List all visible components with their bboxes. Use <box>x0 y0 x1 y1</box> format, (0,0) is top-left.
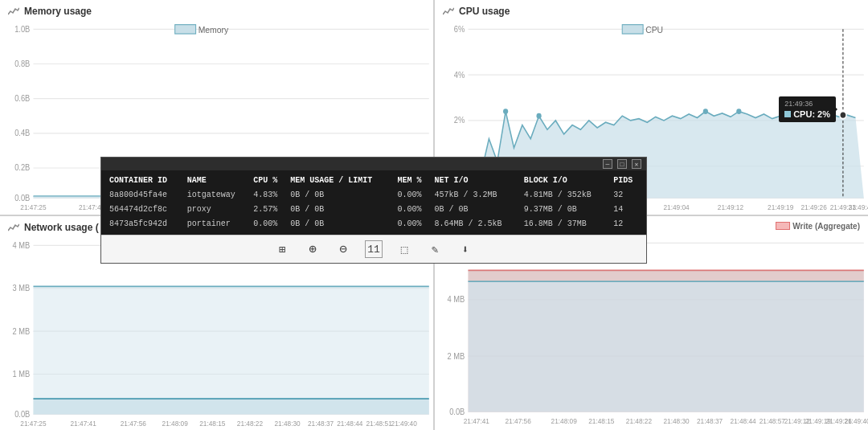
svg-text:2%: 2% <box>454 116 465 125</box>
modal-close-btn[interactable]: ✕ <box>632 159 641 169</box>
svg-text:21:49:40: 21:49:40 <box>849 203 868 211</box>
cell-pids: 32 <box>610 188 641 203</box>
svg-text:21:48:30: 21:48:30 <box>663 416 689 424</box>
cell-cpu: 2.57% <box>250 203 287 217</box>
svg-point-39 <box>840 112 846 119</box>
cell-mem-pct: 0.00% <box>394 188 431 203</box>
svg-text:21:49:40: 21:49:40 <box>391 419 417 427</box>
cpu-panel-title: CPU usage <box>435 0 868 20</box>
docker-stats-table: CONTAINER ID NAME CPU % MEM USAGE / LIMI… <box>106 174 641 231</box>
svg-text:0.6B: 0.6B <box>14 94 30 103</box>
svg-text:21:47:25: 21:47:25 <box>20 203 46 211</box>
grid-view-btn[interactable]: ⊞ <box>273 240 291 258</box>
svg-marker-59 <box>33 286 428 414</box>
svg-text:4 MB: 4 MB <box>448 294 465 303</box>
col-mem-usage: MEM USAGE / LIMIT <box>287 174 394 188</box>
cell-cpu: 4.83% <box>250 188 287 203</box>
modal-minimize-btn[interactable]: ─ <box>603 159 612 169</box>
cell-id: 8a800d45fa4e <box>106 188 184 203</box>
crop-btn[interactable]: ⬚ <box>395 240 413 258</box>
svg-text:0.4B: 0.4B <box>14 129 30 137</box>
svg-text:Memory: Memory <box>199 24 229 35</box>
svg-text:21:47:41: 21:47:41 <box>464 416 489 424</box>
edit-btn[interactable]: ✎ <box>426 240 444 258</box>
tooltip-time: 21:49:36 <box>784 100 830 108</box>
modal-restore-btn[interactable]: □ <box>617 159 627 169</box>
zoom-in-btn[interactable]: ⊕ <box>304 240 321 258</box>
col-block: BLOCK I/O <box>521 174 610 188</box>
modal-titlebar: ─ □ ✕ <box>101 158 646 170</box>
svg-text:21:48:44: 21:48:44 <box>730 416 755 424</box>
table-header-row: CONTAINER ID NAME CPU % MEM USAGE / LIMI… <box>106 174 641 188</box>
svg-point-34 <box>503 109 508 114</box>
cell-name: iotgateway <box>184 188 250 203</box>
col-mem-pct: MEM % <box>394 174 431 188</box>
svg-text:21:47:25: 21:47:25 <box>20 419 46 427</box>
svg-marker-81 <box>468 281 863 412</box>
svg-rect-31 <box>622 25 643 34</box>
cell-net: 457kB / 3.2MB <box>431 188 520 203</box>
block-write-legend: Write (Aggregate) <box>792 222 860 231</box>
svg-text:0.0B: 0.0B <box>14 409 30 418</box>
cell-name: portainer <box>184 217 250 231</box>
svg-text:1.0B: 1.0B <box>14 24 30 33</box>
col-net: NET I/O <box>431 174 520 188</box>
zoom-out-btn[interactable]: ⊖ <box>334 240 352 258</box>
svg-text:0.8B: 0.8B <box>14 59 30 68</box>
svg-marker-60 <box>33 399 428 414</box>
svg-text:21:48:15: 21:48:15 <box>588 416 614 424</box>
tooltip-cpu: CPU: 2% <box>784 109 830 119</box>
svg-text:21:48:15: 21:48:15 <box>199 419 225 427</box>
cell-block: 16.8MB / 37MB <box>521 217 610 231</box>
svg-text:21:49:40: 21:49:40 <box>844 416 868 424</box>
chart-icon-cpu <box>443 6 454 16</box>
svg-text:21:47:56: 21:47:56 <box>506 416 531 424</box>
svg-text:21:49:12: 21:49:12 <box>718 203 743 211</box>
cell-mem-usage: 0B / 0B <box>287 203 394 217</box>
svg-text:4%: 4% <box>454 70 465 79</box>
cell-pids: 12 <box>610 217 641 231</box>
cell-mem-pct: 0.00% <box>394 203 431 217</box>
col-container-id: CONTAINER ID <box>106 174 184 188</box>
cell-mem-usage: 0B / 0B <box>287 217 394 231</box>
cell-net: 0B / 0B <box>431 203 520 217</box>
svg-text:21:48:51: 21:48:51 <box>366 419 391 427</box>
cell-pids: 14 <box>610 203 641 217</box>
download-btn[interactable]: ⬇ <box>457 240 474 258</box>
svg-text:2 MB: 2 MB <box>13 326 31 335</box>
svg-text:21:48:22: 21:48:22 <box>626 416 652 424</box>
svg-text:21:48:09: 21:48:09 <box>551 416 577 424</box>
memory-title-label: Memory usage <box>24 6 92 17</box>
cell-net: 8.64MB / 2.5kB <box>431 217 520 231</box>
cpu-tooltip: 21:49:36 CPU: 2% <box>779 96 836 122</box>
network-title-label: Network usage ( <box>24 222 99 233</box>
docker-stats-modal: ─ □ ✕ CONTAINER ID NAME CPU % MEM USAGE … <box>100 157 647 264</box>
svg-text:21:48:44: 21:48:44 <box>337 419 362 427</box>
svg-text:1 MB: 1 MB <box>13 369 31 378</box>
svg-point-35 <box>536 113 541 119</box>
svg-text:0.0B: 0.0B <box>14 193 30 202</box>
svg-text:21:48:37: 21:48:37 <box>308 419 334 427</box>
svg-text:21:48:37: 21:48:37 <box>697 416 723 424</box>
cell-name: proxy <box>184 203 250 217</box>
svg-text:2 MB: 2 MB <box>448 351 465 360</box>
svg-text:0.2B: 0.2B <box>14 163 30 172</box>
svg-text:4 MB: 4 MB <box>13 240 31 249</box>
cpu-title-label: CPU usage <box>459 6 510 17</box>
cell-block: 4.81MB / 352kB <box>521 188 610 203</box>
svg-text:21:47:56: 21:47:56 <box>121 419 146 427</box>
cell-cpu: 0.00% <box>250 217 287 231</box>
col-cpu: CPU % <box>250 174 287 188</box>
reset-view-btn[interactable]: 11 <box>365 240 383 258</box>
svg-text:21:49:26: 21:49:26 <box>800 203 826 211</box>
svg-text:21:48:30: 21:48:30 <box>274 419 300 427</box>
table-row: 8a800d45fa4e iotgateway 4.83% 0B / 0B 0.… <box>106 188 641 203</box>
docker-stats-content: CONTAINER ID NAME CPU % MEM USAGE / LIMI… <box>101 170 646 235</box>
cell-id: 564474d2cf8c <box>106 203 184 217</box>
svg-text:21:48:57: 21:48:57 <box>760 416 785 424</box>
svg-text:21:48:22: 21:48:22 <box>237 419 263 427</box>
svg-text:21:47:41: 21:47:41 <box>71 419 96 427</box>
modal-toolbar: ⊞ ⊕ ⊖ 11 ⬚ ✎ ⬇ <box>101 235 646 263</box>
memory-panel-title: Memory usage <box>0 0 433 20</box>
svg-text:CPU: CPU <box>645 24 663 35</box>
